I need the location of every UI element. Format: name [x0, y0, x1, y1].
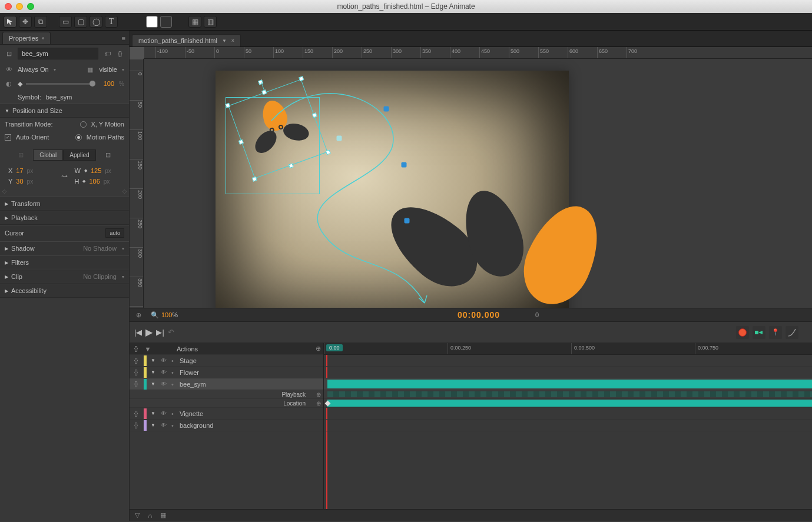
timeline-track-playback[interactable] [324, 390, 812, 399]
timeline-layer-row[interactable]: {} ▼ 👁 • Stage [130, 355, 323, 367]
opacity-slider[interactable] [26, 83, 95, 85]
transform-section[interactable]: ▶Transform [0, 197, 129, 211]
clip-section[interactable]: ▶ClipNo Clipping▾ [0, 270, 129, 284]
properties-tab[interactable]: Properties× [2, 32, 51, 44]
frame-number[interactable]: 0 [535, 311, 539, 318]
stroke-color-swatch[interactable] [160, 16, 172, 28]
opacity-value[interactable]: 100 [104, 80, 114, 87]
document-tab[interactable]: motion_paths_finished.html ▼ × [132, 34, 241, 46]
accessibility-section[interactable]: ▶Accessibility [0, 284, 129, 298]
x-value[interactable]: 17 [16, 167, 23, 174]
filter-icon[interactable]: ▽ [133, 511, 141, 520]
zoom-value[interactable]: 100 [161, 311, 172, 318]
motion-anchor[interactable] [405, 218, 410, 224]
expand-icon[interactable]: ▼ [150, 411, 156, 416]
timeline-layer-row[interactable]: {} ▼ 👁 • Flower [130, 367, 323, 378]
actions-icon[interactable]: {} [132, 357, 140, 364]
h-value[interactable]: 106 [89, 178, 100, 185]
actions-icon[interactable]: {} [132, 345, 140, 352]
visibility-icon[interactable]: 👁 [160, 369, 168, 375]
timeline-track-vignette[interactable] [324, 408, 812, 420]
go-end-button[interactable]: ▶| [156, 328, 164, 337]
expand-icon[interactable]: ▼ [150, 381, 156, 387]
motion-anchor[interactable] [384, 107, 389, 112]
add-keyframe-icon[interactable]: ⊕ [316, 400, 321, 407]
expand-icon[interactable]: ▼ [150, 423, 156, 428]
grid-icon[interactable]: ▦ [159, 511, 167, 520]
actions-icon[interactable]: {} [116, 49, 124, 58]
visibility-icon[interactable]: 👁 [160, 422, 168, 428]
snap-icon[interactable]: ∩ [146, 511, 154, 520]
motion-paths-radio[interactable] [75, 134, 82, 141]
timeline-track-location[interactable] [324, 399, 812, 408]
expand-icon[interactable]: ▼ [150, 358, 156, 363]
coord-options-icon[interactable]: ⊡ [104, 151, 112, 159]
motion-anchor[interactable] [337, 136, 342, 141]
coord-mode-segment[interactable]: Global Applied [33, 149, 95, 161]
expand-icon[interactable]: ▼ [150, 370, 156, 375]
transform-tool[interactable]: ✥ [19, 16, 32, 28]
element-name-input[interactable] [18, 48, 98, 59]
actions-icon[interactable]: {} [132, 422, 140, 428]
timeline-layer-row[interactable]: {} ▼ 👁 • Vignette [130, 408, 323, 420]
timeline-track-stage[interactable] [324, 355, 812, 367]
timeline-sublayer[interactable]: Location⊕ [130, 399, 323, 408]
timeline-track-flower[interactable] [324, 367, 812, 378]
always-on-label[interactable]: Always On [18, 66, 49, 73]
shadow-section[interactable]: ▶ShadowNo Shadow▾ [0, 241, 129, 255]
timecode[interactable]: 00:00.000 [458, 310, 500, 320]
auto-orient-checkbox[interactable]: ✓ [5, 134, 11, 141]
visibility-icon[interactable]: 👁 [160, 357, 168, 364]
rounded-rect-tool[interactable]: ▢ [74, 16, 87, 28]
timeline-tracks[interactable]: 0:00 0:00.250 0:00.500 0:00.750 [324, 343, 812, 509]
text-tool[interactable]: T [105, 16, 118, 28]
panel-menu-icon[interactable]: ≡ [122, 35, 125, 44]
clip-tool[interactable]: ⧉ [34, 16, 47, 28]
rectangle-tool[interactable]: ▭ [59, 16, 72, 28]
cursor-auto-button[interactable]: auto [105, 228, 124, 238]
auto-transition-button[interactable] [753, 326, 765, 339]
xy-motion-radio[interactable] [80, 121, 87, 128]
w-value[interactable]: 125 [91, 167, 101, 174]
layout-mode-1[interactable]: ▦ [188, 16, 201, 28]
timeline-ruler[interactable]: 0:00 0:00.250 0:00.500 0:00.750 [324, 343, 812, 355]
easing-button[interactable] [786, 326, 798, 339]
link-dimensions-icon[interactable]: ⊶ [61, 172, 69, 180]
timeline-layer-row[interactable]: {} ▼ 👁 • background [130, 420, 323, 431]
global-button[interactable]: Global [33, 149, 63, 161]
selection-tool[interactable] [4, 16, 16, 28]
timeline-track-background[interactable] [324, 420, 812, 431]
label-marker-icon[interactable]: ▼ [144, 345, 152, 353]
pin-button[interactable]: 📍 [769, 326, 782, 339]
timeline-track-bee[interactable] [324, 378, 812, 390]
layout-mode-2[interactable]: ▥ [204, 16, 217, 28]
bg-color-swatch[interactable] [146, 16, 158, 28]
go-start-button[interactable]: |◀ [134, 328, 142, 337]
add-keyframe-icon[interactable]: ⊕ [316, 391, 321, 398]
return-button[interactable]: ↶ [168, 328, 174, 337]
close-icon[interactable]: × [231, 38, 234, 44]
origin-icon[interactable]: ⊞ [16, 151, 25, 159]
visible-label[interactable]: visible [99, 66, 117, 73]
y-value[interactable]: 30 [16, 178, 23, 185]
visibility-icon[interactable]: 👁 [160, 381, 168, 387]
add-action-icon[interactable]: ⊕ [316, 345, 321, 353]
zoom-icon[interactable]: 🔍 [151, 311, 159, 319]
play-button[interactable]: ▶ [145, 327, 153, 338]
ellipse-tool[interactable]: ◯ [90, 16, 102, 28]
applied-button[interactable]: Applied [63, 149, 95, 161]
auto-keyframe-button[interactable] [736, 326, 749, 339]
cursor-section[interactable]: Cursorauto [0, 225, 129, 241]
playhead-label[interactable]: 0:00 [326, 344, 343, 351]
center-stage-icon[interactable]: ⊕ [134, 311, 142, 319]
position-size-section[interactable]: ▼Position and Size [0, 104, 129, 118]
actions-icon[interactable]: {} [132, 381, 140, 387]
stage-canvas[interactable] [216, 71, 569, 308]
title-icon[interactable]: 🏷 [103, 49, 111, 58]
playback-section[interactable]: ▶Playback [0, 211, 129, 225]
timeline-sublayer[interactable]: Playback⊕ [130, 390, 323, 399]
close-icon[interactable]: × [41, 35, 44, 41]
motion-anchor[interactable] [402, 162, 407, 168]
stage-viewport[interactable] [144, 59, 812, 308]
actions-icon[interactable]: {} [132, 369, 140, 375]
